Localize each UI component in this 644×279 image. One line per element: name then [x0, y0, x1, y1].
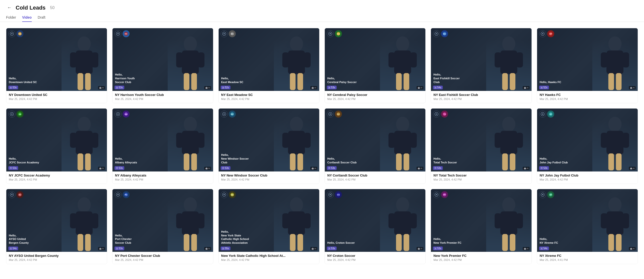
- svg-point-58: [608, 36, 622, 51]
- card-title: NY Cortlandt Soccer Club: [327, 173, 423, 177]
- org-logo: AA: [123, 111, 130, 118]
- tab-video[interactable]: Video: [22, 13, 32, 22]
- svg-rect-40: [396, 73, 402, 90]
- svg-rect-151: [191, 234, 197, 251]
- video-card[interactable]: JA Hello,JCFC Soccer Academy 53s 🤖: [6, 108, 107, 184]
- card-date: Mar 25, 2024, 4:42 PM: [221, 97, 317, 100]
- video-card[interactable]: EC Hello,East Fishkill SoccerClub 54s: [431, 28, 532, 103]
- presenter-figure: [380, 195, 425, 252]
- logo-area: DS: [8, 30, 23, 37]
- video-card[interactable]: AA Hello,Albany Alleycats 53s 🤖 AI: [112, 108, 213, 184]
- tab-draft[interactable]: Draft: [38, 13, 45, 22]
- svg-rect-52: [510, 73, 515, 90]
- card-date: Mar 25, 2024, 4:42 PM: [115, 258, 211, 261]
- card-title: New York Premier FC: [433, 254, 529, 258]
- duration-badge: 53s: [433, 166, 443, 170]
- svg-marker-109: [329, 167, 330, 168]
- thumb-greeting: Hello,Total Tech Soccer: [433, 157, 457, 164]
- video-card[interactable]: PF Hello,New York Premier FC 53s 🤖: [431, 189, 532, 264]
- duration-badge: 52s: [221, 86, 230, 89]
- brand-logo: [327, 191, 334, 198]
- card-info: NY Total Tech Soccer Mar 25, 2024, 4:42 …: [431, 171, 532, 184]
- svg-text:DS: DS: [19, 33, 21, 35]
- brand-logo: [8, 191, 15, 198]
- video-card[interactable]: CS Hello,Cerebral Palsy Soccer 53s �: [325, 28, 426, 103]
- card-date: Mar 25, 2024, 4:42 PM: [327, 258, 423, 261]
- presenter-figure: [274, 115, 319, 171]
- svg-rect-95: [290, 154, 296, 170]
- video-card[interactable]: HC Hello,Harrison YouthSoccer Club 53s: [112, 28, 213, 103]
- brand-logo: [433, 30, 440, 37]
- brand-logo: [327, 30, 334, 37]
- svg-rect-117: [502, 154, 508, 170]
- svg-text:CC: CC: [337, 113, 340, 115]
- card-date: Mar 25, 2024, 4:41 PM: [540, 258, 635, 261]
- svg-rect-39: [410, 52, 417, 67]
- thumb-greeting: Hello,East Meadow SC: [221, 77, 243, 84]
- svg-rect-29: [290, 73, 296, 90]
- svg-point-69: [78, 117, 91, 132]
- org-logo: SA: [229, 191, 236, 198]
- svg-rect-28: [304, 52, 311, 67]
- logo-area: HC: [114, 30, 130, 37]
- svg-marker-21: [117, 87, 118, 88]
- presenter-figure: [592, 195, 638, 252]
- svg-marker-164: [223, 248, 224, 249]
- duration-badge: 53s: [114, 247, 124, 250]
- thumbnail: AC Hello,AYSO UnitedBergen County 54s: [6, 189, 107, 252]
- duration-badge: 53s: [114, 166, 124, 170]
- video-card[interactable]: XF Hello,NY Xtreme FC 54s 🤖 AI: [537, 189, 638, 264]
- ai-badge: 🤖 AI: [204, 247, 211, 250]
- svg-rect-30: [298, 73, 303, 90]
- card-date: Mar 25, 2024, 4:42 PM: [327, 97, 423, 100]
- svg-rect-38: [389, 52, 395, 67]
- presenter-figure: [168, 195, 213, 252]
- svg-text:XF: XF: [550, 194, 552, 196]
- svg-text:NC: NC: [231, 113, 233, 115]
- back-button[interactable]: ←: [6, 4, 13, 11]
- video-card[interactable]: NC Hello,New Windsor SoccerClub 53s: [218, 108, 319, 184]
- video-card[interactable]: JC Hello,John Jay Futbol Club 53s 🤖: [537, 108, 638, 184]
- svg-point-168: [396, 197, 409, 212]
- video-card[interactable]: HF Hello, Hawks FC 52s 🤖 AI: [537, 28, 638, 103]
- svg-rect-182: [516, 213, 523, 228]
- svg-rect-115: [495, 133, 501, 148]
- card-title: NY Croton Soccer: [327, 254, 423, 258]
- video-card[interactable]: TS Hello,Total Tech Soccer 53s 🤖 AI: [431, 108, 532, 184]
- svg-point-190: [608, 197, 622, 212]
- video-card[interactable]: CC Hello,Cortlandt Soccer Club 53s �: [325, 108, 426, 184]
- svg-rect-107: [404, 154, 409, 170]
- duration-badge: 52s: [539, 86, 549, 89]
- svg-marker-142: [11, 248, 11, 249]
- video-card[interactable]: AC Hello,AYSO UnitedBergen County 54s: [6, 189, 107, 264]
- video-card[interactable]: PC Hello,Port ChesterSoccer Club 53s: [112, 189, 213, 264]
- svg-rect-61: [623, 52, 629, 67]
- svg-rect-181: [495, 213, 501, 228]
- tab-folder[interactable]: Folder: [6, 13, 16, 22]
- card-info: NY Harrison Youth Soccer Club Mar 25, 20…: [112, 91, 213, 103]
- org-logo: CS: [335, 30, 342, 37]
- logo-area: TS: [433, 111, 448, 118]
- presenter-figure: [62, 34, 107, 91]
- ai-badge: 🤖 AI: [98, 167, 105, 170]
- thumb-greeting: Hello,New York Premier FC: [433, 237, 461, 245]
- ai-badge: 🤖 AI: [523, 86, 530, 89]
- duration-badge: 53s: [8, 86, 18, 89]
- card-date: Mar 25, 2024, 4:42 PM: [115, 97, 211, 100]
- card-title: NY Port Chester Soccer Club: [115, 254, 211, 258]
- svg-marker-175: [329, 248, 330, 249]
- video-card[interactable]: DS Hello,Downtown United SC 53s 🤖 A: [6, 28, 107, 103]
- thumbnail: PF Hello,New York Premier FC 53s 🤖: [431, 189, 532, 252]
- svg-point-47: [502, 36, 515, 51]
- card-info: NY East Meadow SC Mar 25, 2024, 4:42 PM: [219, 91, 319, 103]
- svg-rect-51: [502, 73, 508, 90]
- logo-area: SA: [221, 191, 236, 198]
- video-card[interactable]: ES Hello,East Meadow SC 52s 🤖 AI: [218, 28, 319, 103]
- thumb-greeting: Hello,New York StateCatholic High School…: [221, 230, 249, 245]
- card-info: NY Cortlandt Soccer Club Mar 25, 2024, 4…: [325, 171, 425, 184]
- svg-rect-60: [601, 52, 607, 67]
- video-card[interactable]: CS Hello, Croton Soccer 53s 🤖 AI: [325, 189, 426, 264]
- card-date: Mar 25, 2024, 4:42 PM: [433, 178, 529, 181]
- svg-marker-76: [11, 167, 11, 168]
- video-card[interactable]: SA Hello,New York StateCatholic High Sch…: [218, 189, 319, 264]
